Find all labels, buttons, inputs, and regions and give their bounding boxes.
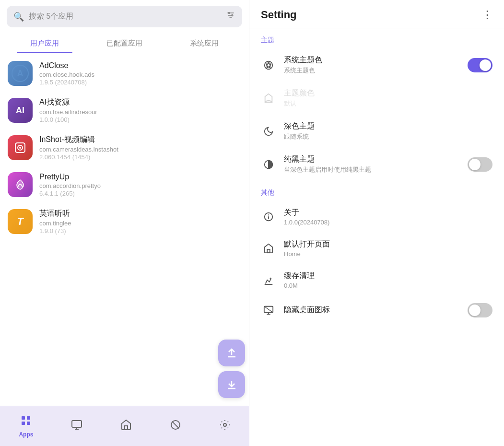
search-icon: 🔍 [13,12,24,22]
app-icon-tinglee: T [8,209,33,234]
fab-download[interactable] [218,371,245,398]
app-name: InShot-视频编辑 [39,135,241,145]
svg-point-18 [223,423,226,426]
settings-item-hide-icon[interactable]: 隐藏桌面图标 [249,296,504,325]
toggle-pure-black[interactable] [468,157,492,172]
tab-system-apps[interactable]: 系统应用 [164,33,244,53]
app-icon-inshot [8,135,33,160]
list-item[interactable]: InShot-视频编辑 com.camerasideas.instashot 2… [0,129,249,166]
filter-icon[interactable] [226,11,235,23]
svg-rect-12 [72,421,82,427]
nav-item-home[interactable] [115,416,138,436]
list-item[interactable]: T 英语听听 com.tinglee 1.9.0 (73) [0,203,249,240]
search-bar[interactable]: 🔍 搜索 5个应用 [7,6,242,27]
svg-rect-11 [27,422,30,425]
app-package: com.close.hook.ads [39,71,241,78]
app-version: 1.9.0 (73) [39,227,241,235]
app-info-prettyup: PrettyUp com.accordion.prettyo 6.4.1.1 (… [39,173,241,197]
svg-rect-8 [22,416,25,420]
app-package: com.hse.aifindresour [39,108,241,116]
home2-icon [261,241,276,256]
app-info-adclose: AdClose com.close.hook.ads 1.9.5 (202407… [39,61,241,86]
app-version: 6.4.1.1 (265) [39,190,241,197]
settings-item-cache[interactable]: 缓存清理 0.0M [249,264,504,296]
settings-item-subtitle: Home [284,250,492,258]
svg-point-7 [19,147,21,149]
settings-title: Setting [261,9,297,21]
app-package: com.camerasideas.instashot [39,146,241,153]
settings-body: 主题 系统主题色 系统主题色 [249,28,504,446]
settings-item-subtitle: 当深色主题启用时使用纯黑主题 [284,165,460,174]
svg-line-31 [264,306,273,313]
app-list: A AdClose com.close.hook.ads 1.9.5 (2024… [0,53,249,406]
left-panel: 🔍 搜索 5个应用 用户应用 已配置应用 系统应用 [0,0,249,446]
nav-item-monitor[interactable] [65,416,88,436]
contrast-icon [261,157,276,172]
svg-point-20 [268,62,270,64]
app-icon-adclose: A [8,61,33,86]
app-tabs: 用户应用 已配置应用 系统应用 [0,33,249,53]
app-info-aifind: AI找资源 com.hse.aifindresour 1.0.0 (100) [39,97,241,123]
section-label-theme: 主题 [249,28,504,48]
svg-point-24 [267,66,268,68]
app-icon-prettyup [8,172,33,197]
app-info-tinglee: 英语听听 com.tinglee 1.9.0 (73) [39,209,241,235]
settings-item-dark-theme[interactable]: 深色主题 跟随系统 [249,115,504,148]
list-item[interactable]: AI AI找资源 com.hse.aifindresour 1.0.0 (100… [0,92,249,129]
svg-rect-10 [22,422,25,425]
fab-container [218,340,245,398]
moon-icon [261,124,276,139]
right-panel: Setting ⋮ 主题 系统主题 [249,0,504,446]
settings-item-info: 隐藏桌面图标 [284,305,460,316]
list-item[interactable]: PrettyUp com.accordion.prettyo 6.4.1.1 (… [0,166,249,203]
app-package: com.accordion.prettyo [39,182,241,189]
settings-item-info: 关于 1.0.0(20240708) [284,208,492,226]
section-label-other: 其他 [249,181,504,201]
app-package: com.tinglee [39,220,241,227]
settings-header: Setting ⋮ [249,0,504,28]
nav-item-block[interactable] [164,416,187,436]
settings-item-title: 关于 [284,208,492,218]
tab-user-apps[interactable]: 用户应用 [5,33,84,53]
settings-item-theme-color[interactable]: 主题颜色 默认 [249,82,504,115]
settings-item-title: 系统主题色 [284,55,460,65]
settings-item-title: 深色主题 [284,121,492,131]
settings-item-info: 纯黑主题 当深色主题启用时使用纯黑主题 [284,154,460,174]
block-icon [170,419,181,434]
settings-item-info: 深色主题 跟随系统 [284,121,492,141]
app-name: AI找资源 [39,97,241,107]
toggle-hide-desktop-icon[interactable] [468,303,492,317]
palette-icon [261,58,276,73]
fab-upload[interactable] [218,340,245,366]
settings-item-title: 隐藏桌面图标 [284,305,460,315]
info-icon [261,209,276,224]
adclose-inner-icon: A [12,65,29,82]
settings-item-subtitle: 跟随系统 [284,132,492,141]
monitor-icon [71,419,82,434]
app-name: 英语听听 [39,209,241,219]
settings-item-info: 主题颜色 默认 [284,88,492,108]
app-info-inshot: InShot-视频编辑 com.camerasideas.instashot 2… [39,135,241,161]
nav-item-settings[interactable] [213,416,236,436]
fill-icon [261,91,276,106]
svg-rect-9 [27,416,30,420]
settings-item-system-theme-color[interactable]: 系统主题色 系统主题色 [249,48,504,82]
nav-item-apps[interactable]: Apps [13,412,39,441]
settings-item-title: 缓存清理 [284,271,492,281]
broom-icon [261,272,276,288]
app-name: AdClose [39,61,241,70]
more-options-icon[interactable]: ⋮ [482,9,492,21]
tab-configured-apps[interactable]: 已配置应用 [84,33,164,53]
app-version: 1.0.0 (100) [39,116,241,123]
main-container: 🔍 搜索 5个应用 用户应用 已配置应用 系统应用 [0,0,504,446]
desktop-off-icon [261,303,276,318]
bottom-nav: Apps [0,406,249,446]
settings-item-default-page[interactable]: 默认打开页面 Home [249,233,504,264]
settings-item-subtitle: 系统主题色 [284,66,460,75]
svg-point-21 [270,64,271,65]
toggle-system-theme-color[interactable] [468,58,492,72]
settings-item-pure-black[interactable]: 纯黑主题 当深色主题启用时使用纯黑主题 [249,148,504,181]
app-version: 1.9.5 (20240708) [39,79,241,86]
list-item[interactable]: A AdClose com.close.hook.ads 1.9.5 (2024… [0,55,249,92]
settings-item-about[interactable]: 关于 1.0.0(20240708) [249,201,504,233]
